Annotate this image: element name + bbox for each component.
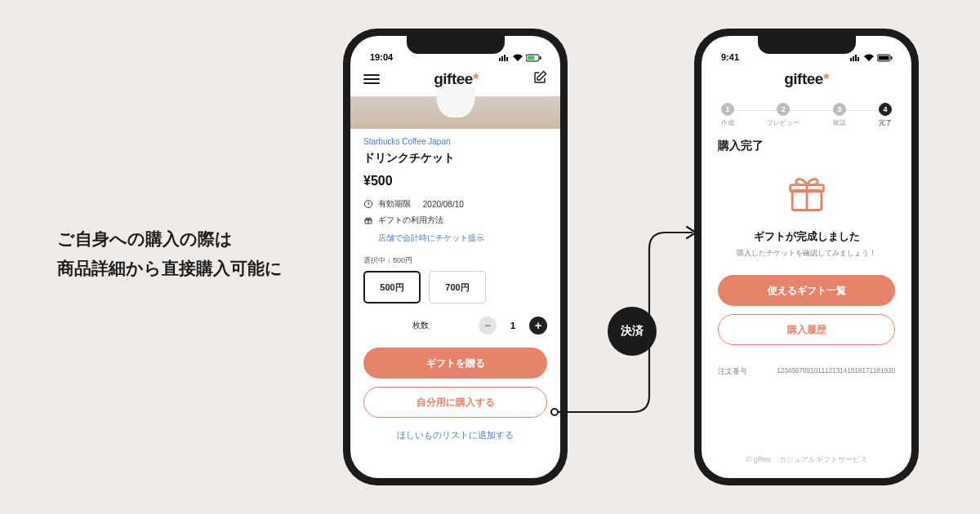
brand-logo: giftee* (434, 70, 479, 88)
usage-detail-link[interactable]: 店舗で会計時にチケット提示 (378, 233, 547, 244)
svg-rect-1 (528, 56, 535, 60)
quantity-label: 枚数 (412, 320, 429, 331)
app-header: giftee* (702, 62, 911, 96)
svg-rect-7 (891, 56, 893, 60)
headline-line-1: ご自身への購入の際は (57, 224, 283, 254)
page-title: 購入完了 (702, 127, 911, 153)
status-icons (498, 54, 542, 62)
quantity-increment[interactable]: + (529, 317, 547, 335)
quantity-row: 枚数 − 1 + (363, 317, 547, 335)
svg-rect-6 (879, 56, 889, 60)
phone-screen-right: 9:41 giftee* 1作成 2プレビュー 3確認 4完了 購入完了 (702, 36, 911, 478)
status-time: 19:04 (370, 52, 393, 62)
marketing-headline: ご自身への購入の際は 商品詳細から直接購入可能に (57, 224, 283, 282)
product-price: ¥500 (363, 174, 547, 188)
gift-small-icon (363, 215, 373, 225)
quantity-value: 1 (506, 321, 519, 330)
svg-rect-2 (540, 56, 541, 60)
usage-row: ギフトの利用方法 (363, 215, 547, 226)
clock-icon (363, 199, 373, 209)
expiry-label: 有効期限 (378, 198, 411, 210)
usage-label: ギフトの利用方法 (378, 215, 443, 226)
step-2: 2プレビュー (767, 103, 800, 127)
completion-subtext: 購入したチケットを確認してみましょう！ (737, 248, 876, 259)
amount-option-700[interactable]: 700円 (429, 271, 486, 304)
screen-footer: © giftee カジュアルギフトサービス (702, 454, 911, 465)
send-gift-button[interactable]: ギフトを贈る (363, 348, 547, 379)
order-number-row: 注文番号 12345678910111213141516171181920 (702, 345, 911, 377)
flow-start-dot (550, 408, 559, 416)
headline-line-2: 商品詳細から直接購入可能に (57, 254, 283, 283)
status-time: 9:41 (721, 52, 739, 62)
stepper: 1作成 2プレビュー 3確認 4完了 (702, 96, 911, 127)
add-to-wishlist-link[interactable]: ほしいものリストに追加する (363, 429, 547, 441)
gift-icon (786, 173, 828, 219)
completion-heading: ギフトが完成しました (754, 230, 860, 244)
status-icons (849, 54, 893, 62)
notch (407, 36, 505, 54)
phone-frame-left: 19:04 giftee* Starbucks Coffee Japan ドリン… (343, 29, 568, 485)
step-1: 1作成 (721, 103, 734, 127)
expiry-row: 有効期限 2020/08/10 (363, 198, 547, 210)
order-number-label: 注文番号 (718, 366, 747, 377)
buy-for-self-button[interactable]: 自分用に購入する (363, 387, 547, 418)
compose-icon[interactable] (532, 70, 547, 88)
payment-badge: 決済 (608, 307, 657, 356)
product-image (350, 96, 560, 129)
phone-screen-left: 19:04 giftee* Starbucks Coffee Japan ドリン… (350, 36, 560, 478)
menu-icon[interactable] (363, 71, 380, 87)
brand-link[interactable]: Starbucks Coffee Japan (363, 137, 547, 146)
step-4: 4完了 (879, 103, 892, 127)
purchase-history-button[interactable]: 購入履歴 (718, 314, 895, 345)
completion-card: ギフトが完成しました 購入したチケットを確認してみましょう！ (718, 173, 895, 259)
phone-frame-right: 9:41 giftee* 1作成 2プレビュー 3確認 4完了 購入完了 (694, 29, 919, 485)
expiry-value: 2020/08/10 (423, 200, 464, 209)
quantity-decrement[interactable]: − (479, 317, 497, 335)
notch (758, 36, 856, 54)
brand-logo: giftee* (784, 70, 829, 88)
selection-status: 選択中：500円 (363, 255, 547, 266)
product-title: ドリンクチケット (363, 151, 547, 166)
order-number-value: 12345678910111213141516171181920 (777, 366, 895, 377)
amount-option-500[interactable]: 500円 (363, 271, 421, 304)
amount-options: 500円 700円 (363, 271, 547, 304)
view-gifts-button[interactable]: 使えるギフト一覧 (718, 275, 895, 306)
step-3: 3確認 (833, 103, 846, 127)
